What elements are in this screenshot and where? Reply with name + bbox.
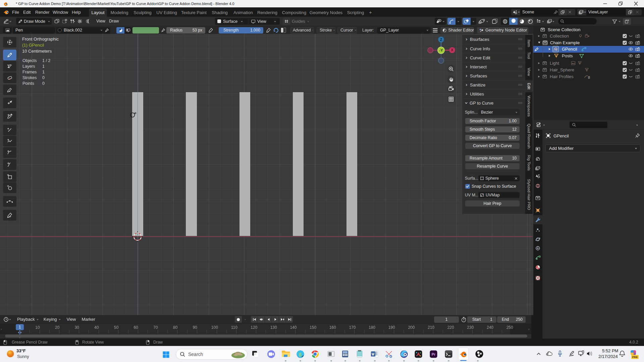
svg-text:Pr: Pr: [431, 352, 435, 356]
svg-text:-Y: -Y: [439, 48, 443, 52]
svg-text:X: X: [451, 48, 453, 52]
svg-text:Z: Z: [440, 38, 442, 42]
